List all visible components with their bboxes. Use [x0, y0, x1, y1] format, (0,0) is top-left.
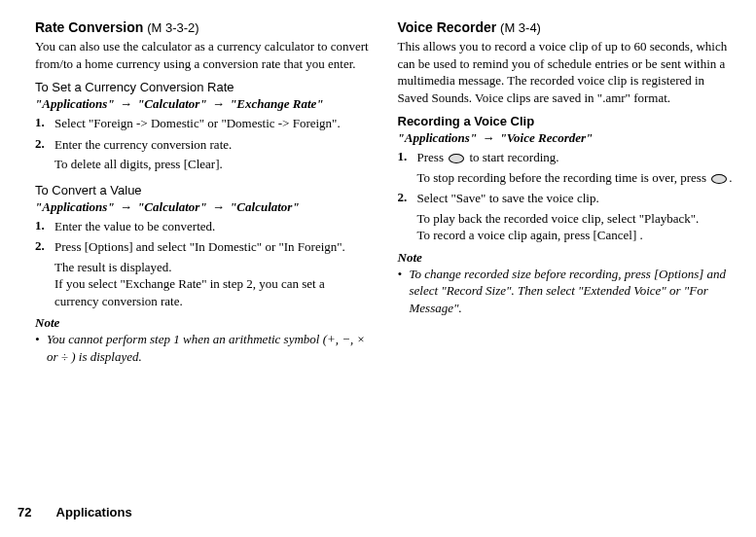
rate-intro: You can also use the calculator as a cur…	[35, 38, 371, 72]
path-seg: "Voice Recorder"	[500, 130, 594, 145]
set-rate-steps: 1. Select "Foreign -> Domestic" or "Dome…	[35, 115, 371, 173]
convert-heading: To Convert a Value	[35, 183, 371, 197]
footer-section: Applications	[56, 505, 132, 519]
path-seg: "Calculator"	[137, 199, 207, 214]
step-subtext: To stop recording before the recording t…	[417, 169, 734, 187]
text-fragment: To stop recording before the recording t…	[417, 170, 710, 185]
step-subtext: The result is displayed.	[54, 259, 371, 276]
step-number: 2.	[35, 136, 45, 152]
step-text: Select "Save" to save the voice clip.	[417, 190, 734, 207]
arrow-icon: →	[118, 96, 134, 111]
rate-conversion-title: Rate Conversion	[35, 19, 143, 35]
path-seg: "Calculator"	[230, 199, 300, 214]
text-fragment: to start recording.	[466, 150, 558, 164]
text-fragment: .	[729, 170, 732, 185]
note-text: You cannot perform step 1 when an arithm…	[35, 331, 371, 365]
arrow-icon: →	[118, 199, 134, 214]
center-key-icon	[711, 174, 727, 184]
path-seg: "Applications"	[398, 130, 478, 145]
path-seg: "Exchange Rate"	[230, 96, 323, 111]
list-item: 2. Enter the currency conversion rate. T…	[35, 136, 371, 173]
step-number: 1.	[35, 218, 45, 233]
step-number: 2.	[398, 190, 408, 205]
recording-heading: Recording a Voice Clip	[398, 114, 734, 128]
page-columns: Rate Conversion (M 3-3-2) You can also u…	[35, 19, 733, 366]
step-subtext: To delete all digits, press [Clear].	[54, 156, 371, 173]
step-text: Press to start recording.	[417, 149, 734, 166]
page-number: 72	[18, 505, 31, 519]
path-seg: "Applications"	[35, 199, 115, 214]
rate-conversion-heading: Rate Conversion (M 3-3-2)	[35, 19, 371, 35]
note-label: Note	[35, 315, 371, 331]
recording-steps: 1. Press to start recording. To stop rec…	[398, 149, 734, 244]
list-item: 1. Select "Foreign -> Domestic" or "Dome…	[35, 115, 371, 132]
voice-recorder-title: Voice Recorder	[398, 19, 497, 35]
right-column: Voice Recorder (M 3-4) This allows you t…	[398, 19, 734, 366]
step-subtext: To record a voice clip again, press [Can…	[417, 227, 734, 244]
step-number: 1.	[35, 115, 45, 130]
voice-intro: This allows you to record a voice clip o…	[398, 38, 734, 106]
step-number: 2.	[35, 238, 45, 254]
note-text: To change recorded size before recording…	[398, 266, 734, 317]
step-text: Select "Foreign -> Domestic" or "Domesti…	[54, 115, 371, 132]
set-rate-heading: To Set a Currency Conversion Rate	[35, 80, 371, 94]
list-item: 1. Enter the value to be converted.	[35, 218, 371, 235]
step-text: Press [Options] and select "In Domestic"…	[54, 238, 371, 256]
text-fragment: Press	[417, 150, 448, 164]
set-rate-path: "Applications" → "Calculator" → "Exchang…	[35, 96, 371, 112]
convert-steps: 1. Enter the value to be converted. 2. P…	[35, 218, 371, 310]
note-label: Note	[398, 250, 734, 266]
step-subtext: To play back the recorded voice clip, se…	[417, 210, 734, 228]
step-number: 1.	[398, 149, 408, 164]
rate-conversion-code: (M 3-3-2)	[147, 20, 198, 35]
voice-recorder-code: (M 3-4)	[500, 20, 541, 35]
list-item: 2. Press [Options] and select "In Domest…	[35, 238, 371, 309]
left-column: Rate Conversion (M 3-3-2) You can also u…	[35, 19, 371, 366]
step-text: Enter the value to be converted.	[54, 218, 371, 235]
voice-recorder-heading: Voice Recorder (M 3-4)	[398, 19, 734, 35]
arrow-icon: →	[210, 96, 227, 111]
arrow-icon: →	[480, 130, 496, 145]
arrow-icon: →	[210, 199, 227, 214]
list-item: 1. Press to start recording. To stop rec…	[398, 149, 734, 186]
center-key-icon	[449, 154, 464, 163]
convert-path: "Applications" → "Calculator" → "Calcula…	[35, 199, 371, 215]
step-text: Enter the currency conversion rate.	[54, 136, 371, 154]
page-footer: 72 Applications	[18, 505, 132, 519]
path-seg: "Calculator"	[137, 96, 207, 111]
path-seg: "Applications"	[35, 96, 115, 111]
list-item: 2. Select "Save" to save the voice clip.…	[398, 190, 734, 244]
recording-path: "Applications" → "Voice Recorder"	[398, 130, 734, 146]
step-subtext: If you select "Exchange Rate" in step 2,…	[54, 275, 371, 309]
